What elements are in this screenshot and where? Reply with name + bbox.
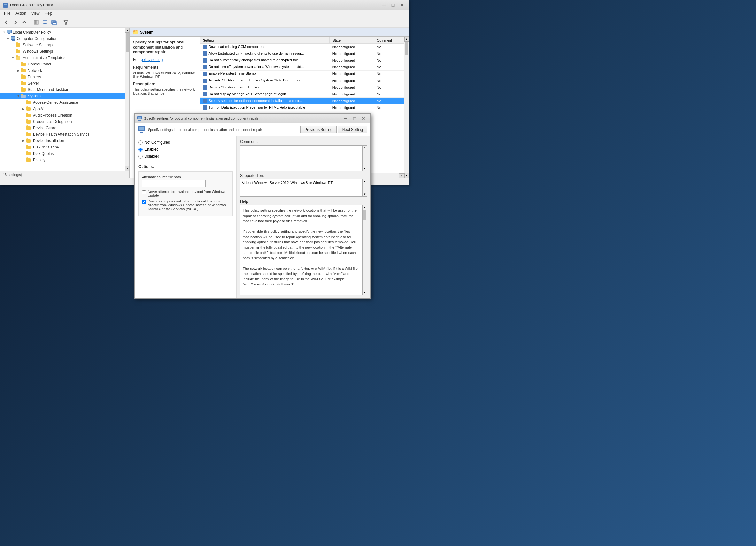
comment-textarea[interactable] <box>240 145 362 171</box>
tree-item-control-panel[interactable]: ▶ Control Panel <box>0 61 129 67</box>
tree-item-disk-nv[interactable]: ▶ Disk NV Cache <box>0 144 129 150</box>
tree-item-audit[interactable]: ▶ Audit Process Creation <box>0 112 129 119</box>
radio-enabled[interactable]: Enabled <box>138 147 233 152</box>
help-scroll-down[interactable]: ▼ <box>363 290 367 295</box>
next-setting-button[interactable]: Next Setting <box>338 126 367 134</box>
root-expand-icon[interactable]: ▼ <box>2 30 7 35</box>
forward-button[interactable] <box>11 18 19 27</box>
cp-folder-icon <box>21 62 26 67</box>
tree-item-software-settings[interactable]: ▶ Software Settings <box>0 42 129 48</box>
radio-enabled-input[interactable] <box>138 148 143 152</box>
comp-config-expand[interactable]: ▼ <box>5 36 11 41</box>
table-scroll-thumb[interactable] <box>405 42 408 55</box>
filter-button[interactable] <box>62 18 70 27</box>
new-window-button[interactable] <box>50 18 58 27</box>
table-scroll-up[interactable]: ▲ <box>404 37 409 42</box>
table-scroll-down[interactable]: ▼ <box>404 173 409 178</box>
tree-item-server[interactable]: ▶ Server <box>0 80 129 87</box>
previous-setting-button[interactable]: Previous Setting <box>300 126 336 134</box>
setting-icon <box>203 72 207 76</box>
tree-item-device-guard[interactable]: ▶ Device Guard <box>0 125 129 131</box>
comment-scrollbar[interactable]: ▲ ▼ <box>362 145 367 171</box>
radio-disabled-input[interactable] <box>138 155 143 159</box>
checkbox-never-download[interactable]: Never attempt to download payload from W… <box>142 190 229 197</box>
table-row[interactable]: Turn off Data Execution Prevention for H… <box>200 104 404 111</box>
windows-folder-icon <box>16 49 21 54</box>
scroll-up-button[interactable]: ▲ <box>125 28 130 33</box>
tree-item-windows-settings[interactable]: ▶ Windows Settings <box>0 48 129 55</box>
tree-item-printers[interactable]: ▶ Printers <box>0 74 129 80</box>
di-expand[interactable]: ▶ <box>21 138 26 143</box>
appv-expand[interactable]: ▶ <box>21 106 26 112</box>
scroll-right-button[interactable]: ► <box>399 173 404 178</box>
supported-scrollbar[interactable]: ▲ ▼ <box>362 179 367 197</box>
table-row[interactable]: Activate Shutdown Event Tracker System S… <box>200 77 404 84</box>
tree-item-admin-templates[interactable]: ▼ Administrative Templates <box>0 55 129 61</box>
tree-item-appv[interactable]: ▶ App-V <box>0 106 129 112</box>
tree-item-start-menu[interactable]: ▶ Start Menu and Taskbar <box>0 87 129 93</box>
up-button[interactable] <box>20 18 28 27</box>
close-button[interactable]: ✕ <box>398 2 406 8</box>
radio-not-configured[interactable]: Not Configured <box>138 140 233 145</box>
tree-item-device-health[interactable]: ▶ Device Health Attestation Service <box>0 131 129 138</box>
menu-help[interactable]: Help <box>42 11 55 16</box>
policy-setting-link[interactable]: policy setting <box>141 58 163 62</box>
table-row[interactable]: Allow Distributed Link Tracking clients … <box>200 50 404 57</box>
tree-item-system[interactable]: ▼ System <box>0 93 129 99</box>
radio-disabled[interactable]: Disabled <box>138 154 233 159</box>
tree-item-display[interactable]: ▶ Display <box>0 157 129 163</box>
table-row[interactable]: Do not automatically encrypt files moved… <box>200 57 404 64</box>
scroll-thumb[interactable] <box>126 33 129 52</box>
tree-item-distributed-com[interactable]: ▶ Distributed COM <box>0 163 129 164</box>
tree-item-device-install[interactable]: ▶ Device Installation <box>0 138 129 144</box>
minimize-button[interactable]: ─ <box>380 2 388 8</box>
supported-scroll-up[interactable]: ▲ <box>363 180 367 184</box>
tree-scrollbar[interactable]: ▲ ▼ <box>125 28 129 171</box>
svg-rect-24 <box>138 120 141 121</box>
maximize-button[interactable]: □ <box>389 2 397 8</box>
system-expand[interactable]: ▼ <box>16 94 21 99</box>
menu-file[interactable]: File <box>2 11 13 16</box>
menu-view[interactable]: View <box>29 11 42 16</box>
modal-maximize-button[interactable]: □ <box>351 115 359 122</box>
tree-item-access-denied[interactable]: ▶ Access-Denied Assistance <box>0 99 129 106</box>
help-scroll-up[interactable]: ▲ <box>363 205 367 210</box>
radio-not-configured-input[interactable] <box>138 141 143 145</box>
table-scrollbar[interactable]: ▲ ▼ <box>404 37 409 178</box>
help-scrollbar[interactable]: ▲ ▼ <box>362 205 367 295</box>
col-state[interactable]: State <box>330 37 374 44</box>
tree-content: ▼ Local Computer Policy ▼ <box>0 28 129 164</box>
checkbox-download-repair[interactable]: Download repair content and optional fea… <box>142 199 229 211</box>
download-repair-checkbox[interactable] <box>142 200 146 204</box>
device-guard-label: Device Guard <box>33 126 56 130</box>
col-comment[interactable]: Comment <box>374 37 404 44</box>
back-button[interactable] <box>2 18 11 27</box>
table-row[interactable]: Do not turn off system power after a Win… <box>200 64 404 71</box>
table-row[interactable]: Download missing COM componentsNot confi… <box>200 44 404 50</box>
never-download-checkbox[interactable] <box>142 190 146 195</box>
table-row[interactable]: Display Shutdown Event TrackerNot config… <box>200 84 404 91</box>
tree-item-disk-quotas[interactable]: ▶ Disk Quotas <box>0 150 129 157</box>
help-scroll-thumb[interactable] <box>363 210 366 220</box>
modal-close-button[interactable]: ✕ <box>359 115 368 122</box>
comment-scroll-down[interactable]: ▼ <box>363 166 367 171</box>
supported-scroll-down[interactable]: ▼ <box>363 192 367 196</box>
scroll-down-button[interactable]: ▼ <box>125 166 130 171</box>
admin-expand[interactable]: ▼ <box>11 55 16 60</box>
tree-item-network[interactable]: ▶ Network <box>0 67 129 74</box>
col-setting[interactable]: Setting <box>200 37 330 44</box>
table-row[interactable]: Enable Persistent Time StampNot configur… <box>200 71 404 77</box>
sync-button[interactable] <box>41 18 49 27</box>
table-row[interactable]: Specify settings for optional component … <box>200 97 404 104</box>
modal-minimize-button[interactable]: ─ <box>342 115 350 122</box>
setting-comment-cell: No <box>374 57 404 64</box>
show-hide-tree-button[interactable] <box>32 18 40 27</box>
comment-scroll-up[interactable]: ▲ <box>363 146 367 150</box>
tree-root[interactable]: ▼ Local Computer Policy <box>0 29 129 35</box>
tree-item-credentials[interactable]: ▶ Credentials Delegation <box>0 119 129 125</box>
alt-source-input[interactable] <box>142 180 206 187</box>
tree-item-computer-config[interactable]: ▼ Computer Configuration <box>0 35 129 42</box>
table-row[interactable]: Do not display Manage Your Server page a… <box>200 91 404 97</box>
network-expand[interactable]: ▶ <box>16 68 21 73</box>
menu-action[interactable]: Action <box>13 11 28 16</box>
